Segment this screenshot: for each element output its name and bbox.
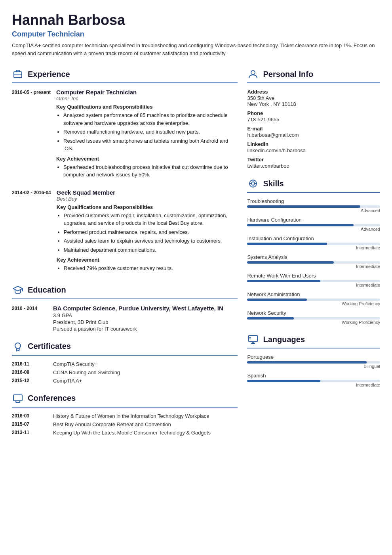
languages-title-text: Languages (263, 335, 305, 344)
main-columns: Experience 2016-05 - present Computer Re… (12, 68, 380, 444)
exp-date: 2014-02 - 2016-04 (12, 189, 51, 276)
experience-section-title: Experience (12, 68, 238, 83)
experience-item-1: 2014-02 - 2016-04 Geek Squad Member Best… (12, 189, 238, 276)
skill-level: Working Proficiency (247, 301, 380, 306)
qualification-item: Assisted sales team to explain services … (64, 237, 238, 245)
lang-bar-fill (247, 361, 367, 364)
skill-item-5: Network Administration Working Proficien… (247, 291, 380, 306)
certificate-item-0: 2016-11 CompTIA Security+ (12, 361, 238, 367)
exp-date: 2016-05 - present (12, 89, 51, 182)
certificate-item-1: 2016-08 CCNA Routing and Switching (12, 369, 238, 375)
qualification-item: Maintained department communications. (64, 246, 238, 254)
edu-detail: 3.9 GPA (53, 312, 223, 318)
cert-name: CompTIA A+ (53, 378, 82, 384)
conference-item-0: 2016-03 History & Future of Women in the… (12, 413, 238, 419)
personal-info-linkedin-label: LinkedIn (247, 141, 380, 147)
resume-page: Hannah Barbosa Computer Technician CompT… (0, 0, 392, 456)
skill-bar-fill (247, 243, 327, 245)
skill-bar-bg (247, 205, 380, 208)
skill-bar-bg (247, 280, 380, 282)
skills-title-text: Skills (263, 179, 284, 188)
candidate-subtitle: Computer Technician (12, 30, 380, 38)
skill-bar-fill (247, 317, 293, 320)
language-item-0: Portuguese Bilingual (247, 354, 380, 369)
edu-detail: Pursued a passion for IT coursework (53, 326, 223, 332)
achievements-list: Received 79% positive customer survey re… (64, 264, 238, 272)
lang-bar-bg (247, 380, 380, 382)
qualifications-list: Analyzed system performance of 85 machin… (63, 111, 238, 153)
personal-info-twitter-label: Twitter (247, 157, 380, 163)
skill-bar-bg (247, 243, 380, 245)
conference-item-1: 2015-07 Best Buy Annual Corporate Retrea… (12, 421, 238, 427)
personal-info-phone: 718-521-9655 (247, 117, 380, 122)
achievements-list: Spearheaded troubleshooting process init… (63, 163, 238, 179)
qualification-item: Resolved issues with smartphones and tab… (63, 137, 238, 153)
skill-name: Installation and Configuration (247, 235, 380, 241)
personal-info-linkedin: linkedin.com/in/h.barbosa (247, 147, 380, 153)
language-item-1: Spanish Intermediate (247, 373, 380, 387)
conferences-icon (12, 392, 24, 404)
skill-name: Hardware Configuration (247, 217, 380, 223)
candidate-summary: CompTIA A+ certified computer technician… (12, 42, 380, 57)
skill-level: Advanced (247, 208, 380, 213)
experience-title-text: Experience (28, 70, 70, 79)
exp-content: Computer Repair Technician Omni, Inc Key… (56, 89, 238, 182)
skills-list: Troubleshooting Advanced Hardware Config… (247, 198, 380, 325)
edu-date: 2010 - 2014 (12, 305, 48, 332)
education-list: 2010 - 2014 BA Computer Science, Purdue … (12, 305, 238, 332)
lang-level: Intermediate (247, 383, 380, 387)
certificate-item-2: 2015-12 CompTIA A+ (12, 378, 238, 384)
cert-name: CCNA Routing and Switching (53, 369, 120, 375)
personal-info-email-label: E-mail (247, 126, 380, 132)
lang-name: Portuguese (247, 354, 380, 360)
conferences-section-title: Conferences (12, 392, 238, 408)
personal-info-section-title: Personal Info (247, 68, 380, 83)
conf-date: 2015-07 (12, 421, 48, 427)
conf-name: Best Buy Annual Corporate Retreat and Co… (53, 421, 171, 427)
skill-item-6: Network Security Working Proficiency (247, 310, 380, 325)
certificates-section: Certificates 2016-11 CompTIA Security+ 2… (12, 341, 238, 384)
skill-name: Network Administration (247, 291, 380, 297)
svg-rect-5 (13, 395, 22, 401)
conference-item-2: 2013-11 Keeping Up With the Latest Mobil… (12, 430, 238, 436)
qualification-item: Provided customers with repair, installa… (64, 212, 238, 227)
edu-title: BA Computer Science, Purdue University, … (53, 305, 223, 312)
qualifications-label: Key Qualifications and Responsibilities (57, 204, 238, 210)
skills-section-title: Skills (247, 178, 380, 193)
certificates-list: 2016-11 CompTIA Security+ 2016-08 CCNA R… (12, 361, 238, 384)
svg-point-6 (251, 71, 255, 75)
lang-bar-bg (247, 361, 380, 364)
education-section-title: Education (12, 284, 238, 299)
cert-name: CompTIA Security+ (53, 361, 97, 367)
conferences-section: Conferences 2016-03 History & Future of … (12, 392, 238, 436)
education-section: Education 2010 - 2014 BA Computer Scienc… (12, 284, 238, 332)
skill-bar-fill (247, 299, 307, 301)
certificates-title-text: Certificates (28, 342, 71, 351)
personal-info-email: h.barbosa@gmail.com (247, 132, 380, 138)
conferences-list: 2016-03 History & Future of Women in the… (12, 413, 238, 436)
cert-date: 2016-08 (12, 369, 48, 375)
skill-item-3: Systems Analysis Intermediate (247, 254, 380, 269)
lang-bar-fill (247, 380, 320, 382)
skill-level: Advanced (247, 227, 380, 232)
qualification-item: Removed malfunctioning hardware, and ins… (63, 128, 238, 136)
skill-bar-bg (247, 261, 380, 264)
skill-name: Network Security (247, 310, 380, 316)
skill-level: Intermediate (247, 245, 380, 250)
skill-bar-bg (247, 317, 380, 320)
skill-bar-bg (247, 299, 380, 301)
skill-bar-bg (247, 224, 380, 226)
personal-info-address-label: Address (247, 89, 380, 95)
education-item-0: 2010 - 2014 BA Computer Science, Purdue … (12, 305, 238, 332)
qualifications-label: Key Qualifications and Responsibilities (56, 104, 238, 110)
cert-date: 2015-12 (12, 378, 48, 383)
personal-info-title-text: Personal Info (263, 70, 313, 79)
qualifications-list: Provided customers with repair, installa… (64, 212, 238, 254)
skill-item-1: Hardware Configuration Advanced (247, 217, 380, 232)
education-title-text: Education (28, 285, 66, 295)
exp-company: Best Buy (57, 196, 238, 202)
exp-content: Geek Squad Member Best Buy Key Qualifica… (57, 189, 238, 276)
achievement-label: Key Achievement (56, 156, 238, 162)
skill-item-2: Installation and Configuration Intermedi… (247, 235, 380, 250)
skill-bar-fill (247, 261, 333, 264)
